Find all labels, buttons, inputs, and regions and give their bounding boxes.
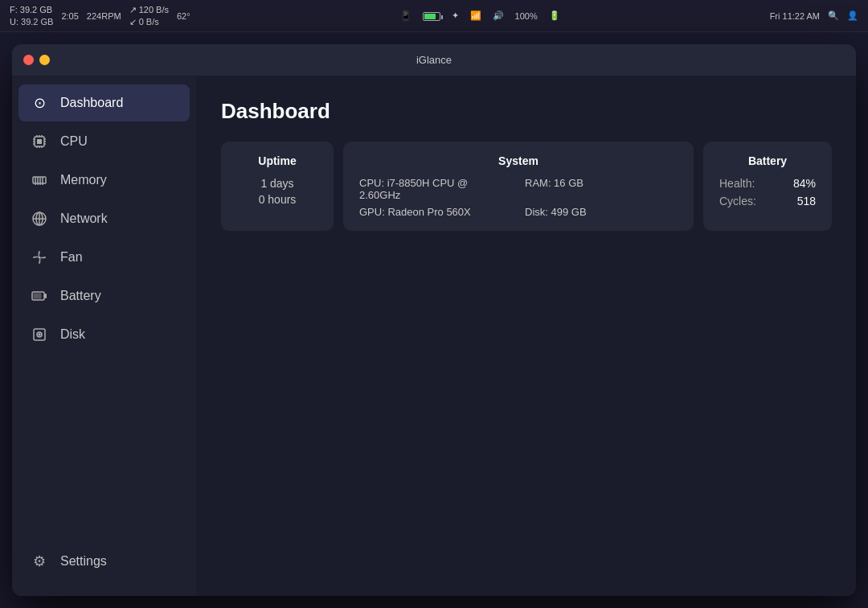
network-speed: ↗ 120 B/s ↙ 0 B/s	[129, 4, 169, 27]
fan-rpm: 224RPM	[87, 11, 121, 21]
menubar-left: F: 39.2 GB U: 39.2 GB 2:05 224RPM ↗ 120 …	[10, 4, 190, 27]
phone-icon: 📱	[400, 10, 411, 21]
cpu-icon	[30, 132, 49, 151]
health-label: Health:	[719, 177, 755, 190]
sidebar-bottom: ⚙ Settings	[18, 543, 190, 588]
app-window: iGlance ⊙ Dashboard	[12, 44, 856, 596]
storage-info: F: 39.2 GB U: 39.2 GB	[10, 4, 53, 27]
sidebar-item-settings[interactable]: ⚙ Settings	[18, 543, 190, 580]
content-area: ⊙ Dashboard	[12, 76, 856, 596]
svg-rect-31	[44, 294, 47, 298]
sidebar-label-disk: Disk	[60, 327, 85, 342]
cycles-label: Cycles:	[719, 195, 756, 207]
svg-rect-1	[37, 139, 42, 144]
sidebar-item-cpu[interactable]: CPU	[18, 123, 190, 160]
system-card: System CPU: i7-8850H CPU @ 2.60GHz RAM: …	[343, 142, 694, 231]
battery-cycles-row: Cycles: 518	[719, 195, 816, 207]
main-content: Dashboard Uptime 1 days 0 hours System C…	[197, 76, 856, 596]
datetime-display: Fri 11:22 AM	[770, 11, 820, 21]
sidebar-item-network[interactable]: Network	[18, 200, 190, 237]
system-grid: CPU: i7-8850H CPU @ 2.60GHz RAM: 16 GB G…	[359, 177, 678, 218]
sidebar-item-battery[interactable]: Battery	[18, 277, 190, 314]
svg-rect-32	[34, 294, 42, 299]
search-icon[interactable]: 🔍	[828, 10, 839, 21]
window-title: iGlance	[416, 54, 452, 66]
network-icon	[30, 209, 49, 228]
ram-info: RAM: 16 GB	[525, 177, 678, 201]
svg-point-27	[39, 257, 41, 259]
sidebar-nav: ⊙ Dashboard	[18, 84, 190, 543]
volume-icon: 🔊	[493, 10, 504, 21]
memory-icon	[30, 170, 49, 190]
battery-grid: Health: 84% Cycles: 518	[719, 177, 816, 207]
battery-percent: 100%	[515, 11, 538, 21]
uptime-days: 1 days	[237, 177, 317, 190]
minimize-button[interactable]	[39, 55, 50, 65]
battery-health-row: Health: 84%	[719, 177, 816, 190]
sidebar-label-fan: Fan	[60, 250, 83, 265]
sidebar-label-battery: Battery	[60, 289, 101, 303]
battery-sidebar-icon	[30, 286, 49, 306]
sidebar-item-disk[interactable]: Disk	[18, 316, 190, 353]
bluetooth-icon: ✦	[452, 10, 459, 21]
disk-info: Disk: 499 GB	[525, 206, 678, 218]
health-value: 84%	[793, 177, 816, 190]
sidebar-label-settings: Settings	[60, 554, 107, 569]
user-icon[interactable]: 👤	[847, 10, 858, 21]
svg-point-35	[39, 334, 40, 335]
cards-row: Uptime 1 days 0 hours System CPU: i7-885…	[221, 142, 832, 231]
uptime-values: 1 days 0 hours	[237, 177, 317, 206]
sidebar-label-cpu: CPU	[60, 134, 88, 149]
temperature: 62°	[177, 11, 190, 21]
sidebar-item-memory[interactable]: Memory	[18, 162, 190, 199]
gpu-info: GPU: Radeon Pro 560X	[359, 206, 512, 218]
uptime-hours: 0 hours	[237, 193, 317, 206]
system-card-header: System	[359, 154, 678, 167]
menubar: F: 39.2 GB U: 39.2 GB 2:05 224RPM ↗ 120 …	[0, 0, 868, 32]
clock-time: 2:05	[61, 11, 78, 21]
disk-icon	[30, 325, 49, 344]
cycles-value: 518	[797, 195, 816, 207]
sidebar: ⊙ Dashboard	[12, 76, 197, 596]
window-controls	[23, 55, 50, 65]
uptime-card: Uptime 1 days 0 hours	[221, 142, 334, 231]
sidebar-label-network: Network	[60, 212, 108, 226]
page-title: Dashboard	[221, 99, 832, 124]
battery-card-header: Battery	[719, 154, 816, 167]
sidebar-label-memory: Memory	[60, 173, 107, 187]
battery-icon: 🔋	[549, 10, 560, 21]
dashboard-icon: ⊙	[30, 93, 49, 113]
close-button[interactable]	[23, 55, 34, 65]
menubar-center: 📱 ✦ 📶 🔊 100% 🔋	[400, 10, 560, 21]
title-bar: iGlance	[12, 44, 856, 76]
settings-icon: ⚙	[30, 552, 49, 571]
battery-menu-icon	[423, 10, 440, 21]
menubar-right: Fri 11:22 AM 🔍 👤	[770, 10, 858, 21]
sidebar-item-fan[interactable]: Fan	[18, 239, 190, 276]
wifi-icon: 📶	[470, 10, 481, 21]
sidebar-item-dashboard[interactable]: ⊙ Dashboard	[18, 84, 190, 121]
battery-card: Battery Health: 84% Cycles: 518	[703, 142, 832, 231]
sidebar-label-dashboard: Dashboard	[60, 96, 123, 110]
fan-icon	[30, 248, 49, 267]
uptime-card-header: Uptime	[237, 154, 317, 167]
cpu-info: CPU: i7-8850H CPU @ 2.60GHz	[359, 177, 512, 201]
